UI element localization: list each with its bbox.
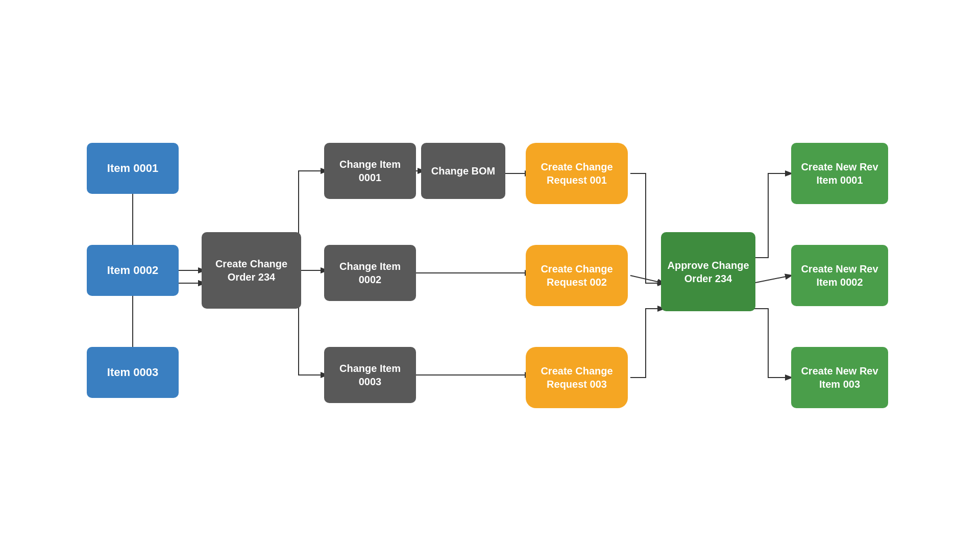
create-cr-001-node[interactable]: Create Change Request 001 — [526, 143, 628, 204]
item-0002-node[interactable]: Item 0002 — [87, 245, 179, 296]
create-change-order-node[interactable]: Create Change Order 234 — [202, 232, 301, 309]
item-0003-node[interactable]: Item 0003 — [87, 347, 179, 398]
change-bom-node[interactable]: Change BOM — [421, 143, 505, 199]
workflow-diagram: Item 0001 Item 0002 Item 0003 Create Cha… — [56, 71, 924, 480]
change-item-0002-node[interactable]: Change Item 0002 — [324, 245, 416, 301]
change-item-0003-node[interactable]: Change Item 0003 — [324, 347, 416, 403]
change-item-0001-node[interactable]: Change Item 0001 — [324, 143, 416, 199]
svg-line-6 — [630, 276, 664, 283]
create-new-rev-0001-node[interactable]: Create New Rev Item 0001 — [791, 143, 888, 204]
item-0001-node[interactable]: Item 0001 — [87, 143, 179, 194]
create-cr-002-node[interactable]: Create Change Request 002 — [526, 245, 628, 306]
create-new-rev-003-node[interactable]: Create New Rev Item 003 — [791, 347, 888, 408]
create-cr-003-node[interactable]: Create Change Request 003 — [526, 347, 628, 408]
create-new-rev-0002-node[interactable]: Create New Rev Item 0002 — [791, 245, 888, 306]
approve-change-order-node[interactable]: Approve Change Order 234 — [661, 232, 755, 311]
svg-line-7 — [753, 276, 791, 283]
